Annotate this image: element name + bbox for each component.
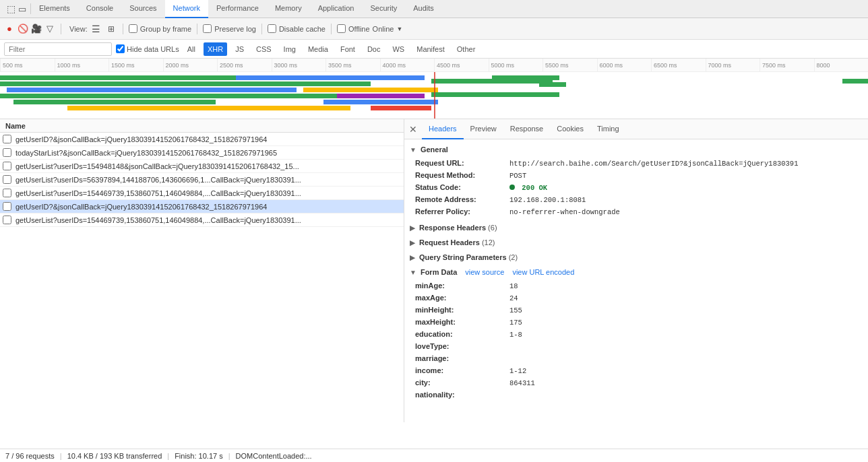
form-data-body: minAge:18maxAge:24minHeight:155maxHeight… [404, 279, 868, 403]
row-checkbox[interactable] [3, 162, 11, 170]
form-data-arrow-icon: ▼ [410, 269, 416, 276]
view-source-link[interactable]: view source [465, 268, 504, 276]
filter-type-xhr[interactable]: XHR [204, 42, 227, 56]
filter-input[interactable] [4, 42, 112, 56]
status-code-row: Status Code: 200 OK [415, 183, 857, 195]
requests-list[interactable]: getUserID?&jsonCallBack=jQuery1830391415… [0, 133, 404, 422]
row-checkbox[interactable] [3, 216, 11, 224]
tab-application[interactable]: Application [310, 0, 363, 18]
remote-address-row: Remote Address: 192.168.200.1:8081 [415, 195, 857, 207]
request-name: getUserList?userIDs=154469739,153860751,… [16, 189, 301, 197]
timeline-waterfall [0, 72, 868, 119]
name-column-header: Name [5, 122, 26, 130]
general-section-header[interactable]: ▼ General [404, 142, 868, 157]
grid-view-icon[interactable]: ⊞ [105, 23, 117, 35]
timeline-tick: 2000 ms [163, 59, 218, 71]
tab-sources[interactable]: Sources [121, 0, 164, 18]
inspect-icon[interactable]: ⬚ [7, 3, 16, 14]
request-headers-section-header[interactable]: ▶ Request Headers (12) [404, 235, 868, 250]
view-url-encoded-link[interactable]: view URL encoded [512, 268, 574, 276]
filter-type-manifest[interactable]: Manifest [412, 42, 449, 56]
tab-elements[interactable]: Elements [31, 0, 78, 18]
row-checkbox[interactable] [3, 135, 11, 143]
response-headers-section-header[interactable]: ▶ Response Headers (6) [404, 220, 868, 235]
form-data-label: Form Data [421, 268, 457, 276]
row-checkbox[interactable] [3, 148, 11, 157]
form-field-key: income: [415, 366, 509, 374]
timeline-tick: 8000 [814, 59, 869, 71]
table-row[interactable]: getUserList?userIDs=56397894,144188706,1… [0, 173, 404, 187]
filter-type-img[interactable]: Img [280, 42, 300, 56]
table-row[interactable]: getUserID?&jsonCallBack=jQuery1830391415… [0, 133, 404, 146]
clear-icon[interactable]: 🚫 [18, 24, 28, 34]
toolbar-divider-4 [261, 24, 262, 34]
filter-type-css[interactable]: CSS [252, 42, 276, 56]
detail-tab-response[interactable]: Response [503, 119, 551, 139]
tab-network[interactable]: Network [165, 0, 208, 18]
row-checkbox[interactable] [3, 175, 11, 184]
filter-type-other[interactable]: Other [453, 42, 480, 56]
form-field-key: maxHeight: [415, 318, 509, 326]
filter-type-all[interactable]: All [183, 42, 199, 56]
detail-tab-cookies[interactable]: Cookies [550, 119, 590, 139]
toolbar-divider-2 [123, 24, 123, 34]
preserve-log-group[interactable]: Preserve log [203, 24, 256, 33]
filter-type-media[interactable]: Media [304, 42, 332, 56]
tab-performance[interactable]: Performance [208, 0, 267, 18]
tab-security[interactable]: Security [362, 0, 405, 18]
offline-group[interactable]: Offline [337, 24, 370, 33]
online-dropdown[interactable]: Online ▼ [373, 25, 403, 33]
timeline-tick: 4000 ms [380, 59, 435, 71]
tab-audits[interactable]: Audits [405, 0, 442, 18]
disable-cache-label: Disable cache [279, 25, 326, 33]
referrer-policy-val: no-referrer-when-downgrade [509, 208, 620, 216]
camera-icon[interactable]: 🎥 [31, 24, 42, 34]
hide-data-urls-group[interactable]: Hide data URLs [116, 44, 179, 53]
device-icon[interactable]: ▭ [18, 4, 26, 14]
main-content: Name getUserID?&jsonCallBack=jQuery18303… [0, 119, 868, 422]
table-row[interactable]: getUserList?userIDs=154469739,153860751,… [0, 213, 404, 227]
timeline-tick: 7000 ms [706, 59, 760, 71]
detail-tab-timing[interactable]: Timing [590, 119, 626, 139]
group-by-frame-checkbox[interactable] [129, 24, 137, 33]
filter-bar: Hide data URLs All XHR JS CSS Img Media … [0, 40, 868, 59]
query-string-arrow-icon: ▶ [410, 254, 415, 261]
close-detail-button[interactable]: ✕ [407, 123, 419, 135]
disable-cache-group[interactable]: Disable cache [268, 24, 326, 33]
detail-tab-headers[interactable]: Headers [422, 119, 464, 139]
tab-console[interactable]: Console [78, 0, 121, 18]
detail-tab-preview[interactable]: Preview [464, 119, 503, 139]
list-view-icon[interactable]: ☰ [90, 23, 102, 35]
table-row[interactable]: getUserList?userIDs=154948148&jsonCallBa… [0, 160, 404, 173]
requests-count: 7 / 96 requests [5, 452, 55, 460]
disable-cache-checkbox[interactable] [268, 24, 276, 33]
form-data-row: marriage: [415, 354, 857, 366]
form-field-val: 1-12 [509, 367, 526, 375]
status-divider-2: | [167, 452, 169, 460]
table-row[interactable]: getUserID?&jsonCallBack=jQuery1830391415… [0, 200, 404, 213]
row-checkbox[interactable] [3, 189, 11, 197]
record-stop-icon[interactable]: ● [4, 24, 15, 34]
timeline-tick: 4500 ms [434, 59, 489, 71]
hide-data-urls-checkbox[interactable] [116, 44, 125, 53]
filter-icon[interactable]: ▽ [44, 24, 55, 34]
filter-type-font[interactable]: Font [336, 42, 359, 56]
table-row[interactable]: getUserList?userIDs=154469739,153860751,… [0, 187, 404, 200]
devtools-window: ⬚ ▭ Elements Console Sources Network Per… [0, 0, 868, 462]
filter-type-js[interactable]: JS [231, 42, 248, 56]
request-url-key: Request URL: [415, 159, 509, 167]
row-checkbox[interactable] [3, 202, 11, 211]
query-string-section-header[interactable]: ▶ Query String Parameters (2) [404, 250, 868, 265]
referrer-policy-row: Referrer Policy: no-referrer-when-downgr… [415, 207, 857, 219]
preserve-log-checkbox[interactable] [203, 24, 212, 33]
group-by-frame-group[interactable]: Group by frame [129, 24, 191, 33]
table-row[interactable]: todayStarList?&jsonCallBack=jQuery183039… [0, 146, 404, 160]
tab-memory[interactable]: Memory [267, 0, 310, 18]
filter-type-ws[interactable]: WS [388, 42, 408, 56]
timeline-tick: 3500 ms [326, 59, 380, 71]
form-field-val: 864311 [509, 379, 535, 387]
offline-checkbox[interactable] [337, 24, 346, 33]
filter-type-doc[interactable]: Doc [363, 42, 385, 56]
form-field-val: 18 [509, 282, 518, 290]
response-headers-arrow-icon: ▶ [410, 224, 415, 232]
